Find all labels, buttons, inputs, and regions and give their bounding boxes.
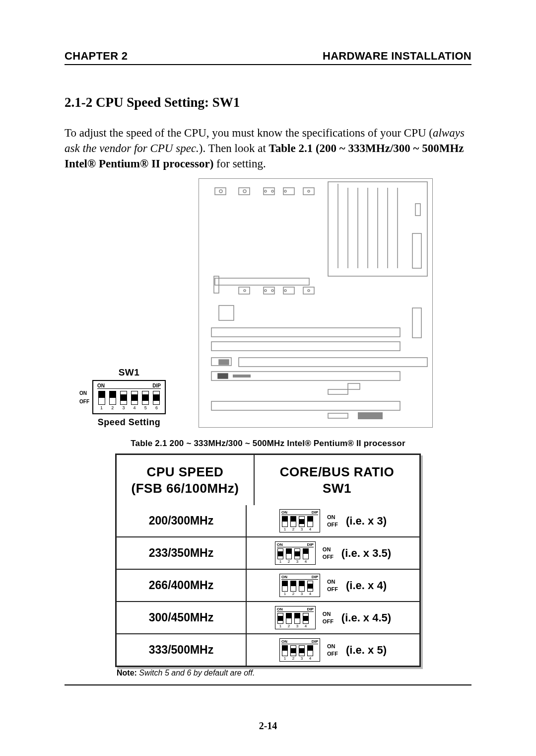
mini-onoff-labels: ONOFF <box>323 611 334 624</box>
svg-point-8 <box>284 190 286 192</box>
hardware-installation-label: HARDWARE INSTALLATION <box>323 50 471 64</box>
page-header: CHAPTER 2 HARDWARE INSTALLATION <box>65 50 471 65</box>
svg-rect-22 <box>239 287 250 294</box>
mini-dip-switch: ONDIP1234 <box>279 638 320 662</box>
svg-rect-40 <box>233 375 251 378</box>
svg-rect-4 <box>264 188 274 195</box>
svg-rect-44 <box>328 413 348 418</box>
svg-rect-29 <box>303 287 314 294</box>
dip-top-labels: ON DIP <box>97 383 161 389</box>
svg-rect-19 <box>412 233 421 268</box>
svg-rect-36 <box>239 358 427 367</box>
mini-onoff-labels: ONOFF <box>327 644 338 657</box>
sw1-panel: SW1 ON OFF ON DIP 123456 Speed Setting <box>65 367 194 428</box>
mini-dip-switch: ONDIP1234 <box>279 574 320 597</box>
ratio-cell: ONDIP1234ONOFF(i.e. x 4) <box>247 570 419 601</box>
dip-top-dip: DIP <box>152 383 161 388</box>
svg-point-6 <box>271 190 273 192</box>
hdr-right-line2: SW1 <box>259 480 415 497</box>
svg-point-5 <box>265 190 267 192</box>
note-label: Note: <box>117 669 137 677</box>
table-row: 333/500MHzONDIP1234ONOFF(i.e. x 5) <box>117 633 419 666</box>
sw1-dip-box: ON OFF ON DIP 123456 <box>92 380 166 414</box>
mini-onoff-labels: ONOFF <box>327 515 338 528</box>
ratio-label: (i.e. x 3) <box>346 515 387 528</box>
hdr-right-line1: CORE/BUS RATIO <box>259 464 415 480</box>
svg-rect-27 <box>283 287 294 294</box>
chapter-label: CHAPTER 2 <box>65 50 128 64</box>
mini-dip-switch: ONDIP1234 <box>275 606 316 629</box>
body-paragraph: To adjust the speed of the CPU, you must… <box>65 125 471 171</box>
speed-cell: 266/400MHz <box>117 570 247 601</box>
mini-dip-switch: ONDIP1234 <box>279 509 320 532</box>
svg-point-23 <box>244 290 246 292</box>
svg-rect-33 <box>219 305 234 320</box>
svg-rect-0 <box>215 188 226 195</box>
speed-cell: 233/350MHz <box>117 537 247 569</box>
svg-point-28 <box>284 290 286 292</box>
dip-side-off: OFF <box>79 399 89 404</box>
svg-rect-9 <box>303 188 314 195</box>
speed-cell: 300/450MHz <box>117 602 247 633</box>
ratio-cell: ONDIP1234ONOFF(i.e. x 4.5) <box>247 602 419 633</box>
ratio-label: (i.e. x 3.5) <box>341 547 391 560</box>
svg-rect-20 <box>415 204 420 216</box>
svg-rect-35 <box>211 342 400 351</box>
body-text-mid: ). Then look at <box>199 142 269 154</box>
dip-switch-2: 2 <box>108 391 117 410</box>
table-header-right: CORE/BUS RATIO SW1 <box>255 455 419 505</box>
speed-cell: 333/500MHz <box>117 634 247 666</box>
document-page: CHAPTER 2 HARDWARE INSTALLATION 2.1-2 CP… <box>0 0 536 756</box>
hdr-left-line2: (FSB 66/100MHz) <box>121 480 250 497</box>
bottom-rule <box>65 684 471 685</box>
svg-point-10 <box>308 190 310 192</box>
table-caption: Table 2.1 200 ~ 333MHz/300 ~ 500MHz Inte… <box>65 439 471 449</box>
table-row: 233/350MHzONDIP1234ONOFF(i.e. x 3.5) <box>117 536 419 569</box>
svg-point-1 <box>219 190 222 193</box>
svg-rect-38 <box>219 360 229 365</box>
table-header-row: CPU SPEED (FSB 66/100MHz) CORE/BUS RATIO… <box>117 455 419 505</box>
page-number: 2-14 <box>65 720 471 732</box>
dip-switch-5: 5 <box>141 391 150 410</box>
svg-rect-41 <box>348 383 360 389</box>
dip-side-on: ON <box>79 390 89 396</box>
svg-rect-24 <box>264 287 274 294</box>
svg-rect-34 <box>211 328 400 337</box>
dip-switch-1: 1 <box>97 391 106 410</box>
ratio-cell: ONDIP1234ONOFF(i.e. x 3.5) <box>247 537 419 569</box>
ratio-label: (i.e. x 4.5) <box>341 611 391 624</box>
motherboard-diagram <box>199 178 433 428</box>
svg-rect-45 <box>358 412 383 419</box>
mini-onoff-labels: ONOFF <box>323 547 334 560</box>
dip-switch-4: 4 <box>131 391 139 410</box>
svg-rect-2 <box>239 188 250 195</box>
svg-point-30 <box>308 290 310 292</box>
body-text-post: for setting. <box>213 157 266 170</box>
table-row: 300/450MHzONDIP1234ONOFF(i.e. x 4.5) <box>117 601 419 633</box>
dip-side-labels: ON OFF <box>79 389 89 406</box>
table-row: 266/400MHzONDIP1234ONOFF(i.e. x 4) <box>117 569 419 601</box>
dip-switch-3: 3 <box>119 391 128 410</box>
speed-table: CPU SPEED (FSB 66/100MHz) CORE/BUS RATIO… <box>115 454 421 667</box>
table-note: Note: Switch 5 and 6 by default are off. <box>117 669 419 678</box>
speed-cell: 200/300MHz <box>117 505 247 536</box>
ratio-cell: ONDIP1234ONOFF(i.e. x 3) <box>247 505 419 536</box>
svg-point-3 <box>243 190 246 193</box>
svg-rect-32 <box>412 308 421 338</box>
svg-rect-21 <box>215 278 309 285</box>
dip-switch-row: 123456 <box>96 390 162 411</box>
sw1-subtitle: Speed Setting <box>65 417 194 428</box>
svg-point-25 <box>265 290 267 292</box>
hdr-left-line1: CPU SPEED <box>121 464 250 480</box>
mini-dip-switch: ONDIP1234 <box>275 541 316 565</box>
mini-onoff-labels: ONOFF <box>327 579 338 592</box>
section-title: 2.1-2 CPU Speed Setting: SW1 <box>65 95 471 110</box>
dip-top-on: ON <box>97 383 105 388</box>
figure-block: SW1 ON OFF ON DIP 123456 Speed Setting <box>65 178 471 428</box>
note-text: Switch 5 and 6 by default are off. <box>137 669 255 677</box>
svg-rect-7 <box>283 188 294 195</box>
svg-rect-46 <box>328 389 348 394</box>
svg-rect-42 <box>218 374 228 378</box>
sw1-title: SW1 <box>65 367 194 378</box>
table-row: 200/300MHzONDIP1234ONOFF(i.e. x 3) <box>117 505 419 536</box>
